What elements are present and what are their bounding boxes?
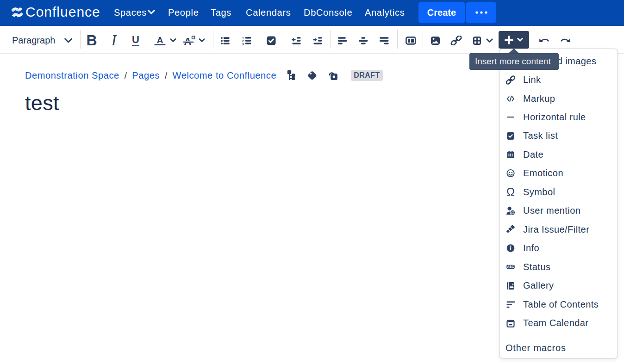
svg-text:A: A: [184, 36, 192, 46]
svg-text:3: 3: [242, 43, 244, 45]
svg-text:A: A: [157, 35, 163, 45]
svg-text:ABC: ABC: [507, 265, 514, 268]
svg-text:@: @: [511, 210, 514, 215]
